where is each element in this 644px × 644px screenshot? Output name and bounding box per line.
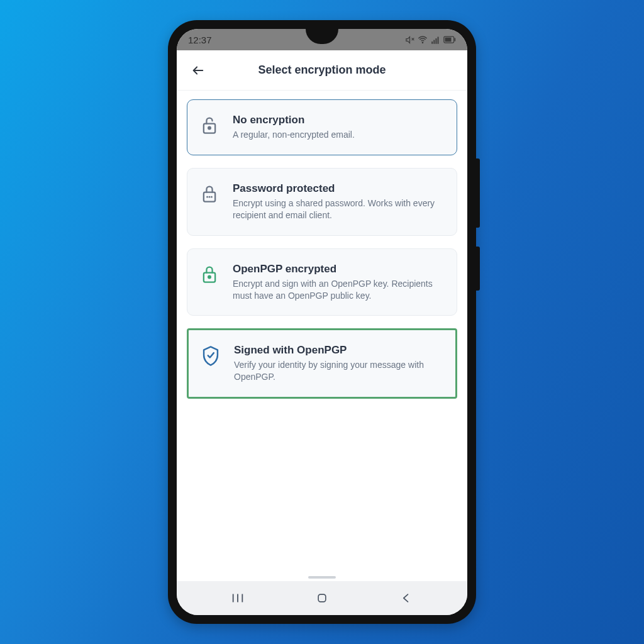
home-icon	[316, 592, 328, 604]
svg-rect-22	[318, 594, 326, 602]
option-desc: A regular, non-encrypted email.	[233, 129, 444, 141]
signal-icon	[431, 35, 440, 45]
option-title: No encryption	[233, 114, 444, 126]
svg-point-14	[206, 196, 208, 198]
lock-dots-icon	[199, 184, 220, 204]
unlock-icon	[199, 115, 220, 135]
app-header: Select encryption mode	[177, 50, 467, 91]
wifi-icon	[418, 35, 428, 45]
option-signed-openpgp[interactable]: Signed with OpenPGP Verify your identity…	[187, 328, 457, 399]
shield-check-icon	[200, 345, 221, 367]
option-title: Password protected	[233, 182, 444, 195]
mute-icon	[405, 35, 414, 45]
back-button[interactable]	[188, 60, 208, 80]
phone-frame: 12:37 Select encryption mode	[168, 20, 476, 624]
svg-rect-5	[436, 38, 437, 44]
status-icons	[405, 35, 456, 45]
gesture-handle	[308, 576, 336, 579]
svg-point-2	[422, 42, 423, 43]
recents-icon	[231, 591, 245, 605]
svg-rect-8	[445, 38, 452, 42]
nav-back-icon	[400, 592, 413, 604]
back-arrow-icon	[191, 64, 205, 77]
svg-rect-6	[438, 36, 439, 43]
svg-rect-9	[455, 38, 456, 42]
svg-point-16	[211, 196, 213, 198]
option-openpgp-encrypted[interactable]: OpenPGP encrypted Encrypt and sign with …	[187, 248, 457, 316]
option-desc: Encrypt using a shared password. Works w…	[233, 197, 444, 221]
page-title: Select encryption mode	[208, 64, 436, 77]
svg-point-18	[208, 275, 211, 278]
svg-point-15	[209, 196, 211, 198]
status-time: 12:37	[188, 35, 212, 45]
nav-recents-button[interactable]	[219, 586, 257, 611]
svg-rect-3	[431, 42, 433, 44]
nav-home-button[interactable]	[303, 586, 341, 611]
option-desc: Verify your identity by signing your mes…	[234, 359, 443, 383]
system-nav-bar	[177, 581, 467, 615]
option-title: OpenPGP encrypted	[233, 263, 444, 275]
svg-rect-4	[433, 40, 435, 43]
svg-point-12	[208, 127, 211, 130]
lock-icon	[199, 264, 220, 284]
option-no-encryption[interactable]: No encryption A regular, non-encrypted e…	[187, 99, 457, 155]
encryption-options-list: No encryption A regular, non-encrypted e…	[177, 91, 467, 581]
option-password-protected[interactable]: Password protected Encrypt using a share…	[187, 168, 457, 236]
phone-screen: 12:37 Select encryption mode	[177, 29, 467, 615]
option-title: Signed with OpenPGP	[234, 344, 443, 357]
battery-icon	[443, 36, 456, 43]
option-desc: Encrypt and sign with an OpenPGP key. Re…	[233, 278, 444, 302]
nav-back-button[interactable]	[387, 586, 425, 611]
